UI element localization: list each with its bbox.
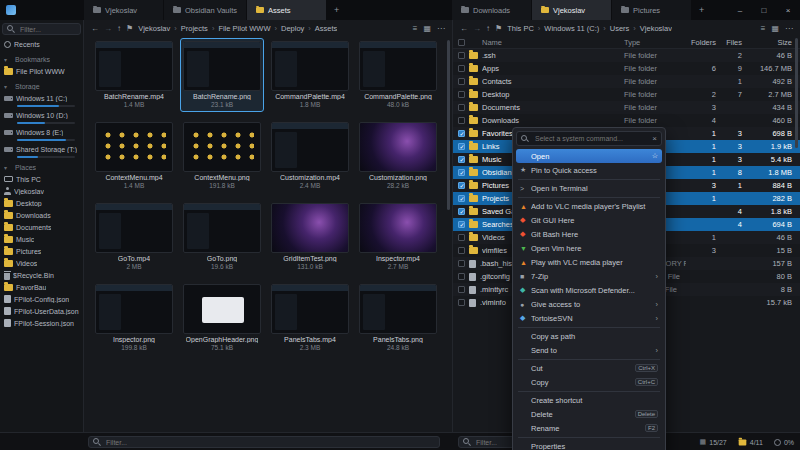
sidebar-item[interactable]: $Recycle.Bin — [2, 269, 81, 281]
row-checkbox[interactable] — [458, 221, 465, 228]
table-row[interactable]: .ssh File folder 2 46 B — [453, 49, 800, 62]
more-options-icon[interactable]: ⋯ — [437, 24, 445, 33]
file-grid-item[interactable]: GoTo.mp4 2 MB — [92, 200, 176, 274]
sidebar-item[interactable]: FPilot-Config.json — [2, 293, 81, 305]
command-search-input[interactable] — [533, 134, 648, 143]
file-grid-item[interactable]: Customization.png 28.2 kB — [356, 119, 440, 193]
row-checkbox[interactable] — [458, 52, 465, 59]
more-options-icon[interactable]: ⋯ — [785, 24, 793, 33]
breadcrumb-item[interactable]: Assets — [304, 24, 337, 33]
sidebar-item[interactable]: FPilot-UserData.json — [2, 305, 81, 317]
context-menu-item[interactable]: Open ☆ — [516, 149, 662, 163]
sidebar-item[interactable]: Places — [2, 161, 81, 173]
context-menu-item[interactable]: Delete Delete — [516, 407, 662, 421]
file-grid-item[interactable]: Inspector.png 199.8 kB — [92, 281, 176, 355]
grid-view-icon[interactable]: ▦ — [423, 24, 431, 33]
row-checkbox[interactable] — [458, 195, 465, 202]
row-checkbox[interactable] — [458, 234, 465, 241]
table-row[interactable]: Documents File folder 3 434 B — [453, 101, 800, 114]
row-checkbox[interactable] — [458, 78, 465, 85]
sidebar-item[interactable]: Storage — [2, 80, 81, 92]
breadcrumb-item[interactable]: Users — [599, 24, 629, 33]
new-tab-button[interactable]: + — [327, 5, 346, 15]
table-row[interactable]: Desktop File folder 2 7 2.7 MB — [453, 88, 800, 101]
file-grid-item[interactable]: GoTo.png 19.6 kB — [180, 200, 264, 274]
file-grid-item[interactable]: PanelsTabs.mp4 2.3 MB — [268, 281, 352, 355]
sidebar-item[interactable]: Bookmarks — [2, 53, 81, 65]
context-menu-item[interactable]: Copy as path — [516, 329, 662, 343]
breadcrumb-item[interactable]: This PC — [507, 24, 534, 33]
file-grid-item[interactable]: CommandPalette.mp4 1.8 MB — [268, 38, 352, 112]
tab[interactable]: Obsidian Vaults — [164, 0, 247, 20]
back-icon[interactable]: ← — [91, 24, 99, 33]
table-row[interactable]: Contacts File folder 1 492 B — [453, 75, 800, 88]
row-checkbox[interactable] — [458, 156, 465, 163]
minimize-button[interactable]: – — [728, 0, 752, 20]
breadcrumb-item[interactable]: Vjekoslav — [138, 24, 170, 33]
maximize-button[interactable]: □ — [752, 0, 776, 20]
file-grid-item[interactable]: CommandPalette.png 48.0 kB — [356, 38, 440, 112]
row-checkbox[interactable] — [458, 143, 465, 150]
row-checkbox[interactable] — [458, 260, 465, 267]
select-all-checkbox[interactable] — [458, 39, 465, 46]
sidebar-item[interactable]: Pictures — [2, 245, 81, 257]
context-menu-item[interactable]: ◆ Scan with Microsoft Defender... — [516, 283, 662, 297]
back-icon[interactable]: ← — [460, 24, 468, 33]
context-menu-item[interactable]: ◆ Git GUI Here — [516, 213, 662, 227]
sidebar-item[interactable]: Music — [2, 233, 81, 245]
column-header-type[interactable]: Type — [624, 38, 686, 47]
file-grid-item[interactable]: BatchRename.png 23.1 kB — [180, 38, 264, 112]
context-menu-item[interactable]: ▲ Add to VLC media player's Playlist — [516, 199, 662, 213]
bookmark-icon[interactable]: ⚑ — [126, 24, 133, 33]
context-menu-item[interactable]: ▲ Play with VLC media player — [516, 255, 662, 269]
file-grid-item[interactable]: ContextMenu.png 191.8 kB — [180, 119, 264, 193]
sidebar-item[interactable]: FPilot-Session.json — [2, 317, 81, 329]
row-checkbox[interactable] — [458, 273, 465, 280]
file-grid-item[interactable]: Inspector.mp4 2.7 MB — [356, 200, 440, 274]
sidebar-item[interactable]: Recents — [2, 38, 81, 50]
context-menu-item[interactable]: ● Give access to › — [516, 297, 662, 311]
left-pane-scrollbar[interactable] — [447, 40, 450, 210]
table-row[interactable]: Downloads File folder 4 460 B — [453, 114, 800, 127]
forward-icon[interactable]: → — [473, 24, 481, 33]
context-menu-item[interactable]: Rename F2 — [516, 421, 662, 435]
row-checkbox[interactable] — [458, 286, 465, 293]
file-grid-item[interactable]: BatchRename.mp4 1.4 MB — [92, 38, 176, 112]
breadcrumb-item[interactable]: Deploy — [270, 24, 304, 33]
context-menu-item[interactable]: ■ 7-Zip › — [516, 269, 662, 283]
sidebar-item[interactable]: Documents — [2, 221, 81, 233]
file-grid-item[interactable]: PanelsTabs.png 24.8 kB — [356, 281, 440, 355]
breadcrumb-item[interactable]: Projects — [170, 24, 208, 33]
sidebar-item[interactable]: This PC — [2, 173, 81, 185]
breadcrumb-item[interactable]: Windows 11 (C:) — [534, 24, 599, 33]
sidebar-item[interactable]: Shared Storage (T:) — [2, 143, 81, 158]
row-checkbox[interactable] — [458, 104, 465, 111]
context-menu-item[interactable]: > Open in Terminal — [516, 181, 662, 195]
tab[interactable]: Downloads — [452, 0, 532, 20]
file-grid-item[interactable]: Customization.mp4 2.4 MB — [268, 119, 352, 193]
file-grid-item[interactable]: OpenGraphHeader.png 75.1 kB — [180, 281, 264, 355]
tab[interactable]: Assets — [247, 0, 327, 20]
row-checkbox[interactable] — [458, 208, 465, 215]
tab[interactable]: Vjekoslav — [532, 0, 612, 20]
grid-view-icon[interactable]: ▦ — [771, 24, 779, 33]
context-menu-item[interactable]: ◆ Git Bash Here — [516, 227, 662, 241]
forward-icon[interactable]: → — [104, 24, 112, 33]
context-menu-item[interactable]: Properties — [516, 439, 662, 450]
context-menu-item[interactable]: ◆ TortoiseSVN › — [516, 311, 662, 325]
sidebar-item[interactable]: FavorBau — [2, 281, 81, 293]
column-header-name[interactable]: Name — [482, 38, 620, 47]
file-grid-item[interactable]: ContextMenu.mp4 1.4 MB — [92, 119, 176, 193]
breadcrumb-item[interactable]: File Pilot WWW — [208, 24, 271, 33]
file-grid-item[interactable]: GridItemTest.png 131.0 kB — [268, 200, 352, 274]
sidebar-item[interactable]: Windows 11 (C:) — [2, 92, 81, 107]
row-checkbox[interactable] — [458, 117, 465, 124]
sidebar-item[interactable]: Windows 8 (E:) — [2, 126, 81, 141]
row-checkbox[interactable] — [458, 130, 465, 137]
close-icon[interactable]: × — [652, 134, 657, 143]
sidebar-item[interactable]: Vjekoslav — [2, 185, 81, 197]
close-button[interactable]: × — [776, 0, 800, 20]
row-checkbox[interactable] — [458, 299, 465, 306]
column-header-folders[interactable]: Folders — [690, 38, 716, 47]
context-menu-item[interactable]: Create shortcut — [516, 393, 662, 407]
